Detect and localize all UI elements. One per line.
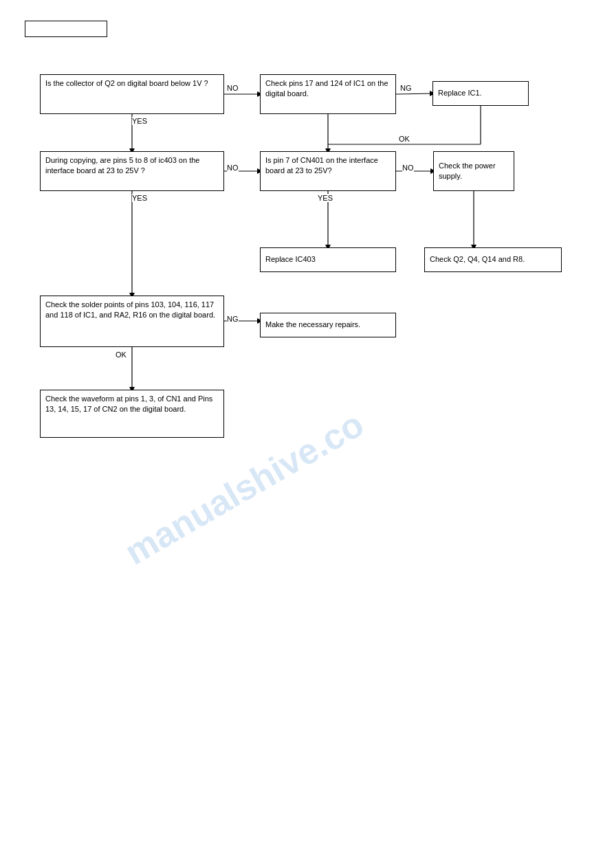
- label-ng2: NG: [227, 315, 239, 323]
- label-yes3: YES: [318, 194, 333, 202]
- label-no3: NO: [402, 164, 414, 172]
- box-check-q2-q4: Check Q2, Q4, Q14 and R8.: [424, 247, 562, 272]
- box-check-power-supply: Check the power supply.: [433, 151, 514, 191]
- label-no2: NO: [227, 164, 239, 172]
- box-waveform-check: Check the waveform at pins 1, 3, of CN1 …: [40, 390, 224, 438]
- box-replace-ic1: Replace IC1.: [432, 81, 529, 106]
- label-ng1: NG: [400, 84, 412, 92]
- box-q2-collector: Is the collector of Q2 on digital board …: [40, 74, 224, 114]
- svg-line-2: [396, 93, 432, 94]
- page: Is the collector of Q2 on digital board …: [0, 0, 614, 868]
- box-replace-ic403: Replace IC403: [260, 247, 396, 272]
- label-yes2: YES: [132, 194, 147, 202]
- label-no1: NO: [227, 84, 239, 92]
- label-ok2: OK: [116, 350, 127, 359]
- box-cn401-pin7: Is pin 7 of CN401 on the interface board…: [260, 151, 396, 191]
- box-necessary-repairs: Make the necessary repairs.: [260, 313, 396, 337]
- label-ok1: OK: [399, 135, 410, 143]
- box-solder-points: Check the solder points of pins 103, 104…: [40, 296, 224, 347]
- box-ic403-pins: During copying, are pins 5 to 8 of ic403…: [40, 151, 224, 191]
- top-rect: [25, 21, 107, 37]
- label-yes1: YES: [132, 117, 147, 125]
- box-check-pins-ic1: Check pins 17 and 124 of IC1 on the digi…: [260, 74, 396, 114]
